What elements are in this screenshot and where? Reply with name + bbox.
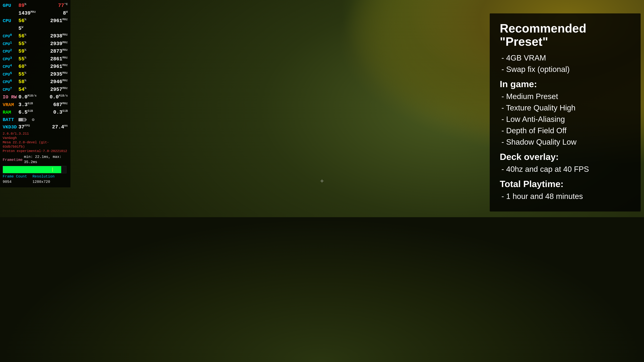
cpu7-clock: 2957MHz [50,86,68,93]
preset-items: - 4GB VRAM - Swap fix (optional) [500,53,630,74]
frametime-graph [3,166,66,173]
vram-used: 3.3GiB [18,101,33,109]
gpu-clock-unit: MHz [30,10,36,13]
fps-val: 37FPS [18,123,30,131]
vkd3d-label: VKD3D [3,124,18,131]
cpu4-row: CPU4 60% 2961MHz [3,63,68,70]
cpu-clock: 2961MHz [50,17,68,25]
cpu4-label: CPU4 [3,63,18,70]
frametime-val: 27.4ms [52,123,68,131]
driver-line: VanGogh [3,136,68,140]
gpu-clock-row: 1439MHz 8W [3,10,68,17]
gpu-temp-val: 77 [58,3,64,8]
total-items: - 1 hour and 48 minutes [500,192,630,201]
resolution-val: 1280x720 [32,180,50,184]
cpu7-label: CPU7 [3,86,18,93]
cpu0-row: CPU0 56% 2938MHz [3,32,68,40]
cpu2-usage: 59% [18,48,26,55]
ram-other: 0.3GiB [53,109,68,116]
cpu4-usage: 60% [18,63,26,70]
gpu-row: GPU 89% 77°C [3,2,68,9]
cpu-usage-unit: % [24,18,26,21]
frametime-min-max: min: 22.1ms, max: 35.2ms [24,154,68,165]
frame-count-val: 9054 [3,180,12,184]
gpu-usage: 89% [18,2,26,9]
vram-label: VRAM [3,102,18,108]
frametime-label: Frametime [3,157,23,163]
mesa-line: Mesa 22.2.0-devel (git-03db7b91fb) [3,140,68,149]
cpu3-label: CPU3 [3,55,18,62]
gpu-temp: 77°C [58,2,68,9]
io-row: IO RW 0.0MiB/s 0.0MiB/s [3,93,68,101]
gpu-label: GPU [3,2,18,9]
cpu0-clock: 2938MHz [50,32,68,40]
gpu-power: 8W [63,10,68,17]
cpu2-row: CPU2 59% 2873MHz [3,48,68,55]
vram-clock: 687MHz [53,101,68,109]
cpu6-row: CPU6 58% 2946MHz [3,78,68,86]
io-write: 0.0MiB/s [50,93,68,101]
gpu-power-val: 8 [63,10,66,16]
ingame-item-5: - Shadow Quality Low [500,137,630,146]
frametime-row: Frametime min: 22.1ms, max: 35.2ms [3,154,68,165]
battery-icon [18,116,26,123]
ground-overlay [0,217,644,362]
deck-items: - 40hz and cap at 40 FPS [500,165,630,174]
section-deck: Deck overlay: [500,151,630,162]
ram-row: RAM 6.5GiB 0.3GiB [3,109,68,116]
io-label: IO RW [3,94,18,101]
cpu3-row: CPU3 55% 2861MHz [3,55,68,63]
rec-title: Recommended "Preset" [500,22,630,48]
gpu-usage-val: 89 [18,3,24,8]
cpu-label: CPU [3,17,18,24]
cpu7-usage: 54% [18,86,26,93]
gpu-clock: 1439MHz [18,10,36,17]
cpu0-label: CPU0 [3,32,18,39]
cpu7-row: CPU7 54% 2957MHz [3,86,68,93]
cpu3-clock: 2861MHz [50,55,68,63]
recommendation-panel: Recommended "Preset" - 4GB VRAM - Swap f… [490,13,641,212]
gpu-temp-unit: °C [64,2,68,6]
gpu-clock-val: 1439 [18,10,30,16]
cpu5-usage: 55% [18,71,26,78]
deck-item-1: - 40hz and cap at 40 FPS [500,165,630,174]
cpu-usage: 56% [18,17,26,25]
cpu1-label: CPU1 [3,40,18,47]
gpu-power-unit: W [66,10,68,13]
frame-count-label: Frame Count [3,174,27,179]
ram-label: RAM [3,109,18,116]
total-item-1: - 1 hour and 48 minutes [500,192,630,201]
cpu1-clock: 2939MHz [50,40,68,48]
cpu-clock-val: 2961 [50,18,62,24]
hud-panel: GPU 89% 77°C 1439MHz 8W CPU 56% 2961MHz [0,0,70,187]
cpu-power-val: 5W [18,25,23,32]
vram-row: VRAM 3.3GiB 687MHz [3,101,68,109]
batt-label: BATT [3,116,18,123]
section-total: Total Playtime: [500,179,630,189]
cpu-clock-unit: MHz [62,18,68,21]
cpu-row: CPU 56% 2961MHz [3,17,68,25]
batt-tool: ⚙ [32,117,34,123]
io-read: 0.0MiB/s [18,93,36,101]
cpu4-clock: 2961MHz [50,63,68,70]
ingame-item-4: - Depth of Field Off [500,126,630,135]
section-ingame: In game: [500,79,630,89]
version-info: 2.6.0/1.3.211 VanGogh Mesa 22.2.0-devel … [3,132,68,153]
gpu-usage-unit: % [24,2,26,6]
cpu5-row: CPU5 55% 2935MHz [3,71,68,78]
ram-used: 6.5GiB [18,109,33,116]
cpu6-usage: 58% [18,78,26,86]
ingame-item-3: - Low Anti-Aliasing [500,115,630,124]
version-line: 2.6.0/1.3.211 [3,132,68,136]
batt-row: BATT ⚙ [3,116,68,123]
proton-line: Proton experimental-7.0-20221012 [3,149,68,153]
cpu6-label: CPU6 [3,78,18,85]
cpu0-usage: 56% [18,32,26,40]
cpu3-usage: 55% [18,55,26,63]
vkd3d-row: VKD3D 37FPS 27.4ms [3,123,68,131]
ingame-item-2: - Texture Quality High [500,103,630,112]
cpu2-label: CPU2 [3,48,18,55]
resolution-label: Resolution [32,174,54,179]
cpu1-usage: 55% [18,40,26,48]
ingame-item-1: - Medium Preset [500,92,630,101]
